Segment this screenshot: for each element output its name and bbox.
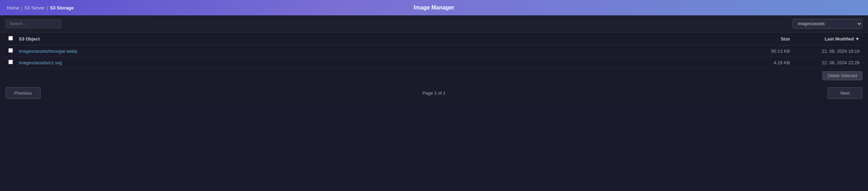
table-row: images/assets/broxigar.webp 90.13 KB 22.… (6, 45, 862, 57)
breadcrumb-s3server[interactable]: S3 Server (24, 5, 45, 10)
col-header-name: S3 Object (16, 32, 751, 45)
table-row: images/assets/cz.svg 4.19 KB 22. 08. 202… (6, 57, 862, 68)
page-title: Image Manager (414, 5, 454, 11)
page-info: Page 1 of 1 (422, 90, 446, 96)
pagination: Previous Page 1 of 1 Next (0, 83, 868, 103)
row-size-2: 4.19 KB (751, 57, 793, 68)
file-link-1[interactable]: images/assets/broxigar.webp (19, 49, 77, 54)
row-checkbox-1[interactable] (8, 48, 13, 53)
table-header-row: S3 Object Size Last Modified ▼ (6, 32, 862, 45)
header: Home | S3 Server | S3 Storage Image Mana… (0, 0, 868, 15)
row-checkbox-cell-1 (6, 45, 16, 57)
row-modified-2: 22. 08. 2024 22:26 (793, 57, 862, 68)
pagination-wrapper: Previous Page 1 of 1 Next (6, 87, 862, 99)
col-header-size: Size (751, 32, 793, 45)
breadcrumb-home[interactable]: Home (7, 5, 19, 10)
next-button[interactable]: Next (828, 87, 862, 99)
search-input[interactable] (6, 19, 61, 28)
file-link-2[interactable]: images/assets/cz.svg (19, 60, 62, 65)
breadcrumb-s3storage[interactable]: S3 Storage (50, 5, 74, 10)
toolbar: images/assets (0, 15, 868, 32)
folder-select[interactable]: images/assets (793, 19, 862, 29)
select-all-checkbox[interactable] (8, 36, 13, 41)
previous-button[interactable]: Previous (6, 87, 40, 99)
file-table: S3 Object Size Last Modified ▼ images/as… (6, 32, 862, 68)
breadcrumb-sep-2: | (47, 5, 48, 10)
header-checkbox-cell (6, 32, 16, 45)
row-checkbox-cell-2 (6, 57, 16, 68)
row-checkbox-2[interactable] (8, 60, 13, 64)
footer-actions: Delete Selected (0, 68, 868, 83)
table-container: S3 Object Size Last Modified ▼ images/as… (0, 32, 868, 68)
col-header-modified: Last Modified ▼ (793, 32, 862, 45)
breadcrumb: Home | S3 Server | S3 Storage (7, 5, 74, 10)
delete-selected-button[interactable]: Delete Selected (822, 71, 862, 80)
row-size-1: 90.13 KB (751, 45, 793, 57)
row-modified-1: 22. 08. 2024 18:19 (793, 45, 862, 57)
row-name-1: images/assets/broxigar.webp (16, 45, 751, 57)
row-name-2: images/assets/cz.svg (16, 57, 751, 68)
breadcrumb-sep-1: | (21, 5, 22, 10)
